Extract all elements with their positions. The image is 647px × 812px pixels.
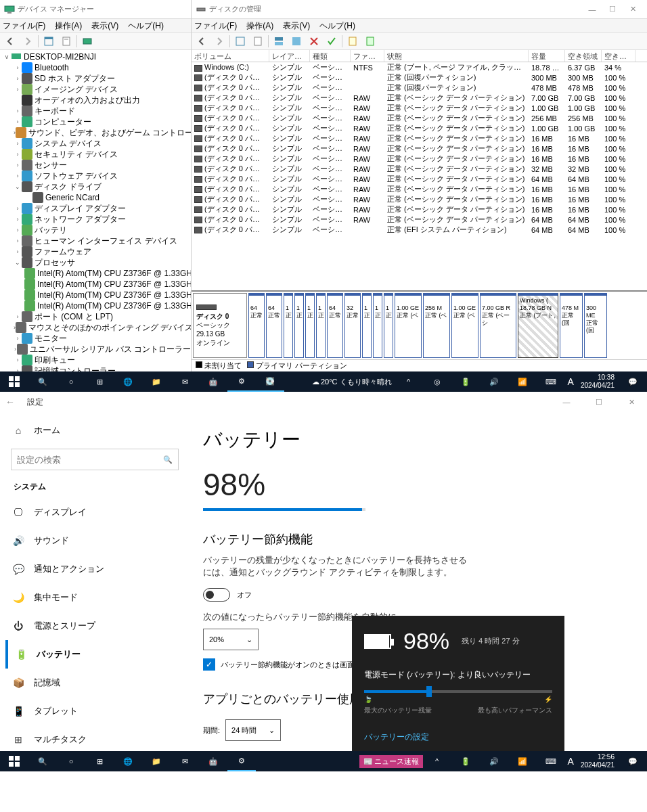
tree-node[interactable]: ›キーボード <box>0 106 191 116</box>
tree-node[interactable]: ›コンピューター <box>0 116 191 127</box>
disk-partition[interactable]: 256 M正常 (ベ <box>423 293 450 358</box>
search-input[interactable] <box>17 455 163 465</box>
minimize-button[interactable]: — <box>556 394 577 409</box>
edge-icon[interactable]: 🌐 <box>114 751 142 771</box>
wifi-icon[interactable]: 📶 <box>508 371 537 392</box>
taskbar-top[interactable]: 🔍 ○ ⊞ 🌐 📁 ✉ 🤖 ⚙ 💽 ☁ 20°C くもり時々晴れ ^ ◎ 🔋 🔊… <box>0 371 647 392</box>
weather-widget[interactable]: ☁ 20°C くもり時々晴れ <box>309 377 395 387</box>
disk-partition[interactable]: 1.00 GE正常 (ベ <box>451 293 478 358</box>
table-row[interactable]: (ディスク 0 パーティショ...シンプルベーシックRAW正常 (ベーシック デ… <box>192 103 647 113</box>
menu-file[interactable]: ファイル(F) <box>3 20 45 32</box>
cortana-button[interactable]: ○ <box>57 371 85 392</box>
disk-partition[interactable]: 1.00 GE正常 (ベ <box>395 293 422 358</box>
news-widget[interactable]: 📰 ニュース速報 <box>359 755 423 768</box>
table-row[interactable]: (ディスク 0 パーティショ...シンプルベーシックRAW正常 (ベーシック デ… <box>192 164 647 174</box>
tree-node[interactable]: ›サウンド、ビデオ、およびゲーム コントローラー <box>0 127 191 138</box>
volume-icon[interactable]: 🔊 <box>480 371 508 392</box>
table-row[interactable]: (ディスク 0 パーティショ...シンプルベーシックRAW正常 (ベーシック デ… <box>192 184 647 194</box>
battery-settings-link[interactable]: バッテリーの設定 <box>364 731 552 743</box>
table-row[interactable]: (ディスク 0 パーティショ...シンプルベーシックRAW正常 (ベーシック デ… <box>192 215 647 225</box>
clock[interactable]: 10:382024/04/21 <box>577 374 619 390</box>
ime-indicator[interactable]: A <box>565 376 577 387</box>
power-slider[interactable] <box>364 690 552 693</box>
tree-node[interactable]: ›セキュリティ デバイス <box>0 149 191 160</box>
disk-partition[interactable]: 1正 <box>362 293 372 358</box>
threshold-dropdown[interactable]: 20%⌄ <box>203 629 259 650</box>
view-button[interactable] <box>41 34 56 49</box>
taskbar-bottom[interactable]: 🔍 ○ ⊞ 🌐 📁 ✉ 🤖 ⚙ 📰 ニュース速報 ^ 🔋 🔊 📶 ⌨ A 12:… <box>0 751 647 771</box>
sidebar-item[interactable]: 📦記憶域 <box>5 669 184 697</box>
android-icon[interactable]: 🤖 <box>199 751 227 771</box>
battery-icon[interactable]: 🔋 <box>451 371 480 392</box>
table-row[interactable]: (ディスク 0 パーティショ...シンプルベーシック正常 (回復パーティション)… <box>192 83 647 93</box>
tree-node[interactable]: ›バッテリ <box>0 225 191 235</box>
table-row[interactable]: (ディスク 0 パーティショ...シンプルベーシックRAW正常 (ベーシック デ… <box>192 154 647 164</box>
device-tree[interactable]: vDESKTOP-MI2BNJI ›Bluetooth›SD ホスト アダプター… <box>0 50 191 371</box>
clock[interactable]: 12:562024/04/21 <box>577 753 619 769</box>
back-button[interactable] <box>194 34 209 49</box>
tree-node[interactable]: ⌄ディスク ドライブ <box>0 181 191 192</box>
close-button[interactable]: ✕ <box>623 2 643 17</box>
search-button[interactable]: 🔍 <box>28 371 57 392</box>
tree-node[interactable]: ›印刷キュー <box>0 355 191 365</box>
delete-button[interactable] <box>307 34 321 49</box>
disk-partition[interactable]: 300 ME正常 (回 <box>584 293 607 358</box>
forward-button[interactable] <box>212 34 227 49</box>
disk-partition[interactable]: 1正 <box>294 293 304 358</box>
sidebar-item[interactable]: 🔊サウンド <box>5 526 184 555</box>
tree-node[interactable]: Generic NCard <box>0 192 191 203</box>
tree-node[interactable]: ›ネットワーク アダプター <box>0 214 191 225</box>
tree-node[interactable]: ›システム デバイス <box>0 138 191 149</box>
menu-view[interactable]: 表示(V) <box>91 20 118 32</box>
disk-partition[interactable]: 1正 <box>305 293 315 358</box>
tree-node[interactable]: ›ユニバーサル シリアル バス コントローラー <box>0 344 191 355</box>
maximize-button[interactable]: ☐ <box>589 394 609 409</box>
tray-chevron-icon[interactable]: ^ <box>423 751 451 771</box>
location-icon[interactable]: ◎ <box>423 371 451 392</box>
sidebar-item[interactable]: ⏻電源とスリープ <box>5 612 184 640</box>
keyboard-icon[interactable]: ⌨ <box>537 371 565 392</box>
tree-node[interactable]: ⌄プロセッサ <box>0 257 191 268</box>
tree-node[interactable]: ›ソフトウェア デバイス <box>0 171 191 181</box>
tray-chevron-icon[interactable]: ^ <box>395 371 423 392</box>
android-icon[interactable]: 🤖 <box>199 371 227 392</box>
tree-node[interactable]: ›SD ホスト アダプター <box>0 73 191 84</box>
disk-partition[interactable]: 1正 <box>316 293 326 358</box>
start-button[interactable] <box>0 371 28 392</box>
disk-partition[interactable]: 7.00 GB R正常 (ベーシ <box>480 293 516 358</box>
disk0-info[interactable]: ディスク 0 ベーシック 29.13 GB オンライン <box>193 293 247 358</box>
notification-icon[interactable]: 💬 <box>619 751 647 771</box>
dk-titlebar[interactable]: ディスクの管理 — ☐ ✕ <box>192 0 647 19</box>
tree-node[interactable]: ›ヒューマン インターフェイス デバイス <box>0 235 191 246</box>
layout2-button[interactable] <box>289 34 304 49</box>
sidebar-item[interactable]: 🖵ディスプレイ <box>5 498 184 526</box>
tree-node[interactable]: Intel(R) Atom(TM) CPU Z3736F @ 1.33GHz <box>0 279 191 290</box>
explorer-icon[interactable]: 📁 <box>142 751 171 771</box>
tree-node[interactable]: Intel(R) Atom(TM) CPU Z3736F @ 1.33GHz <box>0 290 191 300</box>
check-button[interactable] <box>324 34 339 49</box>
layout1-button[interactable] <box>271 34 286 49</box>
notification-icon[interactable]: 💬 <box>619 371 647 392</box>
table-row[interactable]: (ディスク 0 パーティショ...シンプルベーシックRAW正常 (ベーシック デ… <box>192 133 647 143</box>
view-button[interactable] <box>233 34 248 49</box>
table-row[interactable]: (ディスク 0 パーティショ...シンプルベーシック正常 (EFI システム パ… <box>192 225 647 235</box>
volume-icon[interactable]: 🔊 <box>480 751 508 771</box>
help-button[interactable] <box>363 34 378 49</box>
table-row[interactable]: (ディスク 0 パーティショ...シンプルベーシックRAW正常 (ベーシック デ… <box>192 204 647 215</box>
tree-node[interactable]: ›センサー <box>0 160 191 171</box>
tree-node[interactable]: ›マウスとそのほかのポインティング デバイス <box>0 322 191 333</box>
back-button[interactable] <box>3 34 18 49</box>
tree-node[interactable]: Intel(R) Atom(TM) CPU Z3736F @ 1.33GHz <box>0 268 191 279</box>
diskmgmt-task-icon[interactable]: 💽 <box>256 371 284 392</box>
volume-table-header[interactable]: ボリューム レイアウト 種類 ファイル ... 状態 容量 空き領域 空き領..… <box>192 50 647 62</box>
disk-partition[interactable]: 32正常 <box>344 293 361 358</box>
menu-help[interactable]: ヘルプ(H) <box>319 20 355 32</box>
period-dropdown[interactable]: 24 時間⌄ <box>225 719 281 741</box>
battery-icon[interactable]: 🔋 <box>451 751 480 771</box>
cortana-button[interactable]: ○ <box>57 751 85 771</box>
sidebar-item[interactable]: 📱タブレット <box>5 697 184 725</box>
table-row[interactable]: (ディスク 0 パーティショ...シンプルベーシック正常 (回復パーティション)… <box>192 72 647 83</box>
tree-node[interactable]: オーディオの入力および出力 <box>0 95 191 106</box>
explorer-icon[interactable]: 📁 <box>142 371 171 392</box>
start-button[interactable] <box>0 751 28 771</box>
